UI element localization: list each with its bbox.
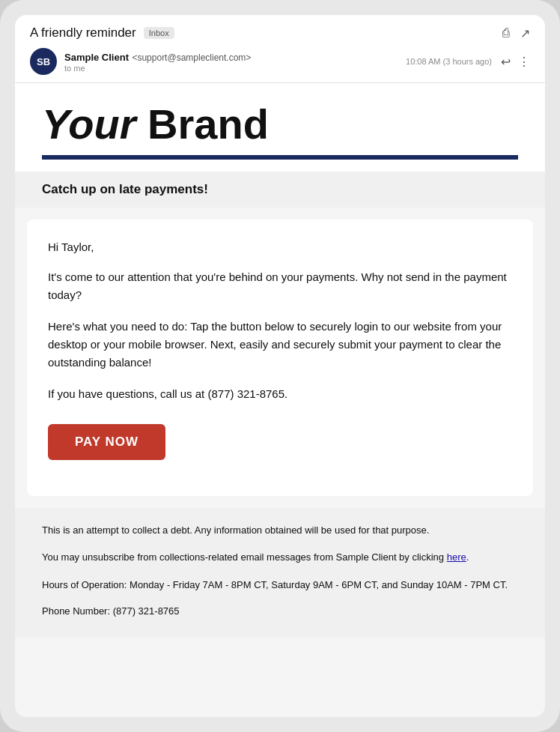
main-content: Hi Taylor, It's come to our attention th… [27, 220, 533, 496]
brand-normal: Brand [136, 100, 268, 148]
brand-italic: Your [42, 100, 136, 148]
sender-info: Sample Client <support@sampleclient.com>… [64, 50, 398, 73]
sender-name: Sample Client [64, 52, 129, 63]
footer-unsubscribe: You may unsubscribe from collections-rel… [42, 550, 518, 566]
subject-row: A friendly reminder Inbox ⎙ ↗ [30, 25, 530, 40]
email-container: A friendly reminder Inbox ⎙ ↗ SB Sample … [15, 15, 545, 717]
unsubscribe-prefix: You may unsubscribe from collections-rel… [42, 551, 447, 563]
sender-row: SB Sample Client <support@sampleclient.c… [30, 48, 530, 75]
more-icon[interactable]: ⋮ [518, 55, 530, 69]
email-footer: This is an attempt to collect a debt. An… [15, 508, 545, 638]
footer-phone: Phone Number: (877) 321-8765 [42, 605, 518, 617]
greeting-text: Hi Taylor, [48, 241, 512, 253]
footer-hours: Hours of Operation: Monday - Friday 7AM … [42, 578, 518, 593]
action-icons: ↩ ⋮ [501, 55, 530, 69]
unsubscribe-link[interactable]: here [447, 551, 466, 563]
header-icons: ⎙ ↗ [502, 26, 530, 40]
email-header: A friendly reminder Inbox ⎙ ↗ SB Sample … [15, 15, 545, 83]
body-paragraph-3: If you have questions, call us at (877) … [48, 385, 512, 403]
brand-divider [42, 155, 518, 160]
reply-icon[interactable]: ↩ [501, 55, 511, 69]
pay-now-button[interactable]: PAY NOW [48, 424, 165, 460]
print-icon[interactable]: ⎙ [502, 26, 510, 40]
catchup-title: Catch up on late payments! [42, 182, 518, 197]
email-time-area: 10:08 AM (3 hours ago) ↩ ⋮ [406, 55, 530, 69]
email-timestamp: 10:08 AM (3 hours ago) [406, 57, 492, 66]
unsubscribe-suffix: . [466, 551, 469, 563]
catchup-section: Catch up on late payments! [15, 172, 545, 208]
email-subject: A friendly reminder [30, 25, 136, 40]
inbox-badge: Inbox [144, 27, 174, 39]
body-paragraph-1: It's come to our attention that you're b… [48, 268, 512, 304]
sender-name-line: Sample Client <support@sampleclient.com> [64, 50, 398, 64]
email-body: Your Brand Catch up on late payments! Hi… [15, 83, 545, 717]
external-link-icon[interactable]: ↗ [520, 26, 530, 40]
brand-section: Your Brand [15, 83, 545, 172]
sender-to: to me [64, 64, 398, 73]
device-frame: A friendly reminder Inbox ⎙ ↗ SB Sample … [0, 0, 560, 732]
footer-disclaimer: This is an attempt to collect a debt. An… [42, 523, 518, 539]
brand-title: Your Brand [42, 101, 518, 148]
body-paragraph-2: Here's what you need to do: Tap the butt… [48, 318, 512, 372]
sender-email: <support@sampleclient.com> [132, 52, 251, 63]
avatar-initials: SB [37, 56, 50, 67]
avatar: SB [30, 48, 57, 75]
